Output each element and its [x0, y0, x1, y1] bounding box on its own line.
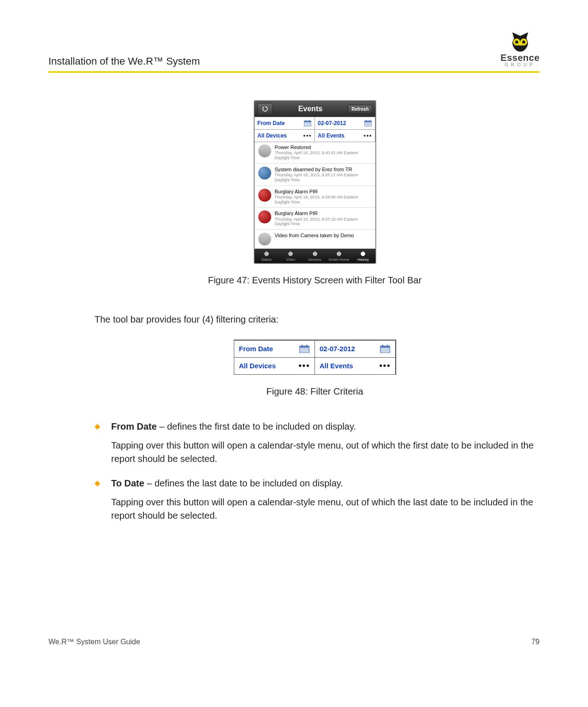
event-subtitle: Thursday, April 18, 2013, 9:40:01 AM Eas… — [275, 150, 372, 161]
tab-smart-home[interactable]: Smart Home — [327, 249, 351, 263]
tab-icon — [335, 251, 343, 257]
event-icon — [258, 167, 271, 180]
svg-rect-18 — [382, 345, 384, 347]
filter-strip: From Date 02-07-2012 All Devices ••• — [234, 340, 396, 375]
filter-to-date[interactable]: 02-07-2012 — [315, 340, 396, 358]
filter-label: All Events — [320, 362, 353, 370]
svg-rect-6 — [305, 120, 306, 122]
phone-titlebar: Events Refresh — [255, 101, 375, 117]
svg-point-3 — [522, 41, 525, 44]
refresh-button[interactable]: Refresh — [348, 105, 372, 114]
tab-label: Devices — [308, 258, 321, 262]
svg-point-2 — [515, 41, 518, 44]
bullet-item: From Date – defines the first date to be… — [95, 420, 535, 466]
filter-from-date[interactable]: From Date — [254, 117, 315, 130]
figure-filter-criteria: From Date 02-07-2012 All Devices ••• — [95, 340, 535, 397]
event-title: Power Restored — [275, 144, 372, 150]
filter-events[interactable]: All Events ••• — [315, 129, 375, 142]
owl-icon — [507, 32, 534, 53]
calendar-icon — [299, 344, 310, 354]
bullet-list: From Date – defines the first date to be… — [95, 420, 535, 522]
tab-devices[interactable]: Devices — [303, 249, 327, 263]
footer: We.R™ System User Guide 79 — [48, 638, 540, 646]
footer-page-number: 79 — [531, 638, 540, 646]
filter-label: 02-07-2012 — [318, 120, 346, 126]
tab-label: Status — [261, 258, 272, 262]
event-texts: Burglary Alarm PIRThursday, April 18, 20… — [275, 210, 372, 227]
svg-rect-13 — [300, 346, 309, 348]
figure-events-screen: Events Refresh From Date 02-07-2012 — [95, 101, 535, 286]
event-subtitle: Thursday, April 18, 2013, 9:28:08 AM Eas… — [275, 195, 372, 205]
calendar-icon — [364, 120, 372, 127]
svg-rect-7 — [309, 120, 310, 122]
event-row[interactable]: Power RestoredThursday, April 18, 2013, … — [255, 142, 375, 164]
header: Installation of the We.R™ System Essence… — [48, 32, 540, 67]
filter-to-date[interactable]: 02-07-2012 — [315, 117, 375, 130]
svg-rect-14 — [302, 345, 303, 347]
figure-caption: Figure 48: Filter Criteria — [266, 386, 363, 397]
filter-devices[interactable]: All Devices ••• — [234, 357, 315, 375]
logo: Essence GROUP — [500, 32, 540, 67]
event-texts: System disarmed by Erez from TRThursday,… — [275, 167, 372, 183]
tab-icon — [359, 251, 367, 257]
svg-rect-11 — [369, 120, 370, 122]
calendar-icon — [303, 120, 312, 127]
footer-left: We.R™ System User Guide — [48, 638, 140, 646]
page: Installation of the We.R™ System Essence… — [0, 0, 588, 674]
content: Events Refresh From Date 02-07-2012 — [48, 101, 540, 522]
more-icon: ••• — [380, 361, 391, 371]
event-row[interactable]: Video from Camera taken by Demo — [255, 230, 375, 249]
tab-label: Video — [286, 258, 295, 262]
more-icon: ••• — [364, 132, 372, 139]
event-subtitle: Thursday, April 18, 2013, 9:28:17 AM Eas… — [275, 173, 372, 183]
tab-label: Smart Home — [328, 258, 349, 262]
tab-icon — [311, 251, 319, 257]
filter-events[interactable]: All Events ••• — [315, 357, 396, 375]
event-icon — [258, 144, 271, 157]
tab-status[interactable]: Status — [255, 249, 279, 263]
event-title: Burglary Alarm PIR — [275, 210, 372, 216]
event-texts: Power RestoredThursday, April 18, 2013, … — [275, 144, 372, 161]
filter-bar: From Date 02-07-2012 All Devices ••• — [255, 117, 375, 142]
event-icon — [258, 210, 271, 223]
bullet-rest: – defines the first date to be included … — [157, 421, 356, 431]
phone-screenshot: Events Refresh From Date 02-07-2012 — [254, 101, 376, 264]
event-texts: Burglary Alarm PIRThursday, April 18, 20… — [275, 189, 372, 205]
header-divider — [48, 71, 540, 73]
event-list: Power RestoredThursday, April 18, 2013, … — [255, 142, 375, 249]
bullet-para: Tapping over this button will open a cal… — [111, 439, 535, 466]
svg-rect-15 — [306, 345, 308, 347]
svg-rect-10 — [366, 120, 367, 122]
tab-icon — [262, 251, 271, 257]
more-icon: ••• — [303, 132, 312, 139]
calendar-icon — [380, 344, 391, 354]
bullet-term: To Date — [111, 478, 144, 488]
filter-from-date[interactable]: From Date — [234, 340, 315, 358]
tab-history[interactable]: History — [351, 249, 375, 263]
event-title: System disarmed by Erez from TR — [275, 167, 372, 173]
event-title: Burglary Alarm PIR — [275, 189, 372, 195]
bullet-para: Tapping over this button will open a cal… — [111, 496, 535, 522]
tab-video[interactable]: Video — [279, 249, 303, 263]
filter-label: All Events — [318, 132, 344, 139]
more-icon: ••• — [299, 361, 310, 371]
event-icon — [258, 189, 271, 202]
section-title: Installation of the We.R™ System — [48, 55, 200, 67]
back-icon[interactable] — [257, 103, 273, 115]
filter-label: From Date — [257, 120, 285, 126]
filter-label: All Devices — [239, 362, 276, 370]
filter-devices[interactable]: All Devices ••• — [254, 129, 315, 142]
tab-icon — [286, 251, 295, 257]
event-row[interactable]: Burglary Alarm PIRThursday, April 18, 20… — [255, 186, 375, 208]
svg-rect-17 — [380, 346, 390, 348]
svg-rect-19 — [387, 345, 388, 347]
figure-caption: Figure 47: Events History Screen with Fi… — [208, 275, 422, 286]
event-title: Video from Camera taken by Demo — [275, 233, 372, 239]
intro-paragraph: The tool bar provides four (4) filtering… — [95, 313, 535, 326]
event-row[interactable]: System disarmed by Erez from TRThursday,… — [255, 164, 375, 186]
svg-rect-5 — [304, 121, 311, 122]
event-row[interactable]: Burglary Alarm PIRThursday, April 18, 20… — [255, 208, 375, 230]
bullet-rest: – defines the last date to be included o… — [144, 478, 343, 488]
logo-subtext: GROUP — [505, 62, 535, 67]
event-icon — [258, 233, 271, 246]
